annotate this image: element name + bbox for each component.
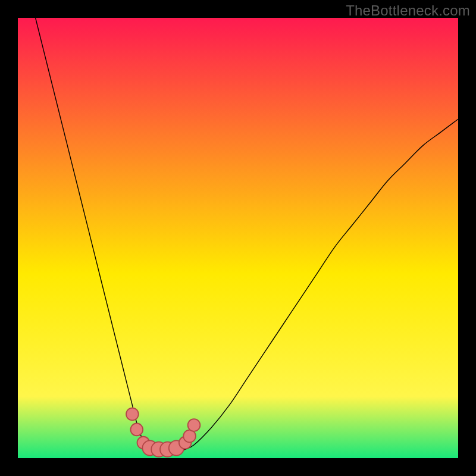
valley-marker bbox=[188, 419, 201, 431]
plot-svg bbox=[18, 18, 458, 458]
chart-frame: TheBottleneck.com bbox=[0, 0, 476, 476]
valley-marker bbox=[126, 408, 139, 421]
valley-marker bbox=[130, 424, 143, 436]
plot-area bbox=[18, 18, 458, 458]
watermark-text: TheBottleneck.com bbox=[346, 2, 470, 19]
